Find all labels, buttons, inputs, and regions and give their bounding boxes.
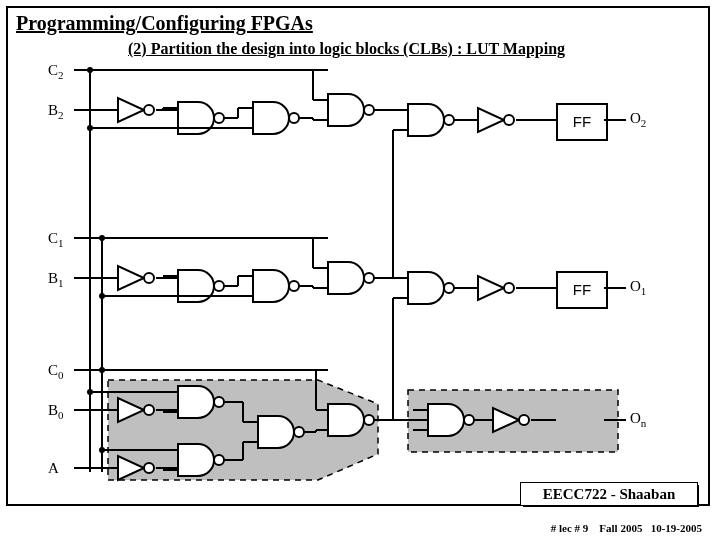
svg-point-32	[99, 235, 105, 241]
svg-point-66	[99, 447, 105, 453]
gates-svg	[48, 62, 688, 502]
circuit-diagram: C2 B2 C1 B1 C0 B0 A FF O2 FF O1 FF On	[48, 62, 688, 502]
slide-title: Programming/Configuring FPGAs	[16, 12, 313, 35]
footer-term: Fall 2005	[599, 522, 642, 534]
svg-point-7	[87, 67, 93, 73]
attribution-text: EECC722 - Shaaban	[520, 482, 698, 506]
slide-frame: Programming/Configuring FPGAs (2) Partit…	[6, 6, 710, 506]
attribution-box: EECC722 - Shaaban	[520, 482, 698, 506]
footer-lec: # lec # 9	[551, 522, 589, 534]
footer-date: 10-19-2005	[651, 522, 702, 534]
slide-footer: # lec # 9 Fall 2005 10-19-2005	[551, 522, 702, 534]
svg-point-61	[87, 389, 93, 395]
slide-subtitle: (2) Partition the design into logic bloc…	[128, 40, 565, 58]
